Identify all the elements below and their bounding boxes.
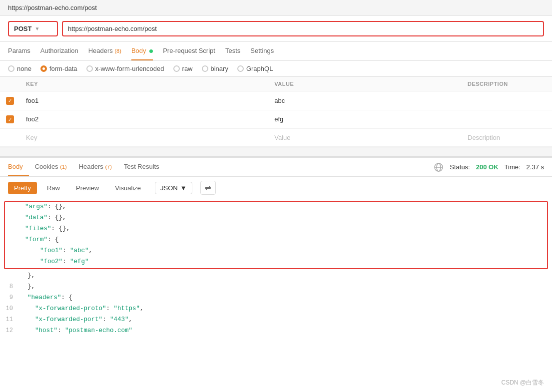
url-bar: https://postman-echo.com/post xyxy=(0,0,552,16)
tab-pre-request[interactable]: Pre-request Script xyxy=(163,42,215,60)
checkbox-checked-icon[interactable]: ✓ xyxy=(6,115,14,123)
code-line: "foo2": "efg" xyxy=(5,257,547,268)
check-header xyxy=(0,77,20,91)
radio-urlencoded[interactable]: x-www-form-urlencoded xyxy=(86,65,164,72)
row1-check-cell: ✓ xyxy=(0,91,20,110)
line-num: 11 xyxy=(0,315,18,324)
radio-urlencoded-circle xyxy=(86,65,93,72)
tab-pre-request-label: Pre-request Script xyxy=(163,47,215,54)
line-content: "headers": { xyxy=(18,293,552,302)
radio-urlencoded-label: x-www-form-urlencoded xyxy=(95,65,164,72)
code-line: 12 "host": "postman-echo.com" xyxy=(0,326,552,337)
json-format-arrow-icon: ▼ xyxy=(180,184,187,192)
url-bar-text: https://postman-echo.com/post xyxy=(8,4,97,11)
line-num xyxy=(5,246,23,248)
response-tab-body[interactable]: Body xyxy=(8,158,29,176)
row2-key-cell[interactable]: foo2 xyxy=(20,110,268,129)
radio-raw[interactable]: raw xyxy=(173,65,193,72)
url-input-container[interactable]: https://postman-echo.com/post xyxy=(62,21,544,36)
tab-tests[interactable]: Tests xyxy=(225,42,240,60)
format-pretty-button[interactable]: Pretty xyxy=(8,182,37,194)
response-headers-badge: (7) xyxy=(105,164,111,170)
json-format-label: JSON xyxy=(160,184,178,192)
line-content: "foo1": "abc", xyxy=(23,246,547,255)
tab-body[interactable]: Body xyxy=(131,42,153,60)
code-line: "args": {}, xyxy=(5,202,547,213)
empty-key-cell[interactable]: Key xyxy=(20,129,268,147)
wrap-lines-icon: ⇌ xyxy=(205,183,211,192)
radio-none[interactable]: none xyxy=(8,65,31,72)
empty-description-cell[interactable]: Description xyxy=(462,129,552,147)
line-content: "x-forwarded-port": "443", xyxy=(18,315,552,324)
line-num xyxy=(5,235,23,237)
line-num: 9 xyxy=(0,293,18,302)
radio-raw-label: raw xyxy=(182,65,193,72)
row2-value-cell[interactable]: efg xyxy=(268,110,462,129)
format-visualize-button[interactable]: Visualize xyxy=(109,182,147,194)
empty-value-cell[interactable]: Value xyxy=(268,129,462,147)
response-tab-headers[interactable]: Headers (7) xyxy=(79,158,118,176)
radio-graphql-label: GraphQL xyxy=(246,65,273,72)
row1-key: foo1 xyxy=(26,97,38,104)
time-label: Time: xyxy=(505,163,521,171)
row2-value: efg xyxy=(274,115,283,123)
line-content: }, xyxy=(18,271,552,280)
response-format-row: Pretty Raw Preview Visualize JSON ▼ ⇌ xyxy=(0,177,552,199)
response-tab-test-results-label: Test Results xyxy=(124,163,159,170)
tab-authorization-label: Authorization xyxy=(40,47,78,54)
line-num: 12 xyxy=(0,326,18,335)
line-num xyxy=(5,224,23,226)
tab-body-dot xyxy=(149,49,153,53)
status-code: 200 OK xyxy=(476,163,499,171)
radio-binary-circle xyxy=(202,65,208,72)
response-tab-test-results[interactable]: Test Results xyxy=(124,158,165,176)
format-raw-button[interactable]: Raw xyxy=(41,182,66,194)
tab-authorization[interactable]: Authorization xyxy=(40,42,78,60)
checkbox-checked-icon[interactable]: ✓ xyxy=(6,97,14,105)
code-line: "data": {}, xyxy=(5,213,547,224)
body-type-row: none form-data x-www-form-urlencoded raw… xyxy=(0,61,552,77)
response-cookies-badge: (1) xyxy=(60,164,66,170)
radio-form-data[interactable]: form-data xyxy=(40,65,77,72)
row1-description-cell[interactable] xyxy=(462,91,552,110)
radio-form-data-label: form-data xyxy=(49,65,77,72)
row1-value-cell[interactable]: abc xyxy=(268,91,462,110)
tab-headers[interactable]: Headers (8) xyxy=(88,42,121,60)
code-line: }, xyxy=(0,271,552,282)
code-line: 10 "x-forwarded-proto": "https", xyxy=(0,304,552,315)
time-value: 2.37 s xyxy=(527,163,544,171)
line-content: "x-forwarded-proto": "https", xyxy=(18,304,552,313)
radio-binary[interactable]: binary xyxy=(202,65,228,72)
code-line: "foo1": "abc", xyxy=(5,246,547,257)
row2-description-cell[interactable] xyxy=(462,110,552,129)
radio-graphql[interactable]: GraphQL xyxy=(237,65,273,72)
response-tab-headers-label: Headers xyxy=(79,163,103,170)
line-num: 8 xyxy=(0,282,18,291)
method-select[interactable]: POST ▼ xyxy=(8,21,58,36)
response-tab-cookies-label: Cookies xyxy=(35,163,58,170)
code-line: "form": { xyxy=(5,235,547,246)
radio-form-data-circle xyxy=(40,65,47,72)
tab-settings[interactable]: Settings xyxy=(250,42,274,60)
value-placeholder: Value xyxy=(274,134,290,141)
globe-icon xyxy=(434,162,444,172)
row1-key-cell[interactable]: foo1 xyxy=(20,91,268,110)
status-label: Status: xyxy=(450,163,470,171)
tab-params[interactable]: Params xyxy=(8,42,30,60)
format-preview-button[interactable]: Preview xyxy=(70,182,105,194)
line-num xyxy=(0,271,18,273)
radio-binary-label: binary xyxy=(211,65,228,72)
table-row: ✓ foo2 efg xyxy=(0,110,552,129)
url-value: https://postman-echo.com/post xyxy=(68,25,157,32)
table-row: ✓ foo1 abc xyxy=(0,91,552,110)
response-tab-body-label: Body xyxy=(8,163,23,170)
params-table: KEY VALUE DESCRIPTION ✓ foo1 abc ✓ foo2 xyxy=(0,77,552,147)
row1-value: abc xyxy=(274,97,285,104)
response-tab-cookies[interactable]: Cookies (1) xyxy=(35,158,73,176)
method-label: POST xyxy=(14,25,31,32)
code-line: 11 "x-forwarded-port": "443", xyxy=(0,315,552,326)
json-format-select[interactable]: JSON ▼ xyxy=(155,182,192,194)
radio-none-circle xyxy=(8,65,14,72)
empty-check-cell xyxy=(0,129,20,147)
wrap-button[interactable]: ⇌ xyxy=(200,181,216,195)
